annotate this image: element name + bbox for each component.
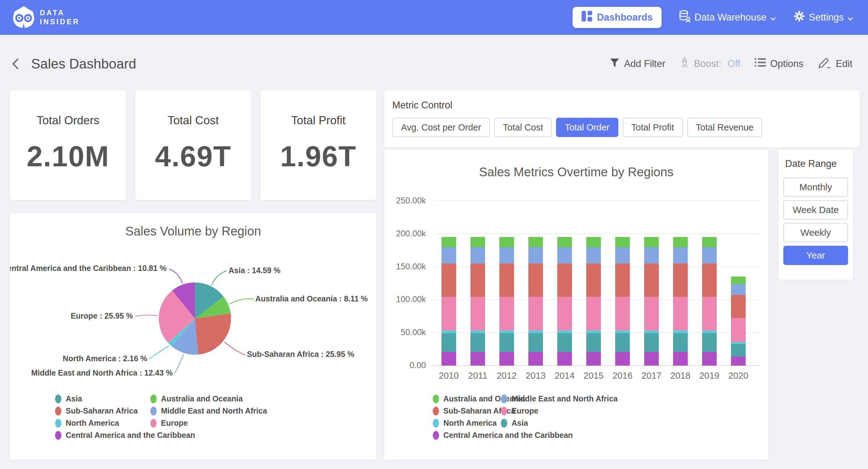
bar-segment-north-america[interactable] — [470, 330, 485, 333]
bar-segment-asia[interactable] — [586, 333, 601, 352]
legend-item-central-america-and-the-caribbean[interactable]: Central America and the Caribbean — [433, 429, 573, 441]
bar-segment-sub-saharan-africa[interactable] — [615, 263, 630, 297]
bar-segment-australia-and-oceania[interactable] — [470, 237, 485, 247]
bar-segment-central-america-and-the-caribbean[interactable] — [644, 352, 659, 365]
bar-segment-europe[interactable] — [586, 297, 601, 330]
metric-option-total-order[interactable]: Total Order — [556, 118, 618, 137]
stacked-bar-2019[interactable] — [702, 237, 717, 365]
bar-segment-middle-east-and-north-africa[interactable] — [586, 247, 601, 263]
bar-segment-north-america[interactable] — [528, 330, 543, 333]
options-button[interactable]: Options — [755, 58, 804, 70]
bar-segment-middle-east-and-north-africa[interactable] — [644, 247, 659, 263]
stacked-bar-2010[interactable] — [441, 237, 456, 365]
bar-segment-central-america-and-the-caribbean[interactable] — [702, 352, 717, 365]
stacked-bar-2014[interactable] — [557, 237, 572, 365]
bar-segment-north-america[interactable] — [644, 330, 659, 333]
bar-segment-europe[interactable] — [441, 297, 456, 330]
bar-segment-australia-and-oceania[interactable] — [499, 237, 514, 247]
bar-segment-asia[interactable] — [702, 333, 717, 352]
metric-option-avg-cost-per-order[interactable]: Avg. Cost per Order — [392, 118, 490, 137]
bar-segment-central-america-and-the-caribbean[interactable] — [615, 352, 630, 365]
stacked-bar-2015[interactable] — [586, 237, 601, 365]
bar-segment-central-america-and-the-caribbean[interactable] — [673, 352, 688, 365]
legend-item-middle-east-and-north-africa[interactable]: Middle East and North Africa — [501, 393, 618, 405]
stacked-bar-2013[interactable] — [528, 237, 543, 365]
bar-segment-europe[interactable] — [644, 297, 659, 330]
bar-segment-asia[interactable] — [615, 333, 630, 352]
legend-item-australia-and-oceania[interactable]: Australia and Oceania — [150, 393, 267, 405]
bar-segment-australia-and-oceania[interactable] — [731, 276, 746, 284]
bar-segment-sub-saharan-africa[interactable] — [557, 263, 572, 297]
legend-item-central-america-and-the-caribbean[interactable]: Central America and the Caribbean — [55, 429, 195, 441]
bar-segment-australia-and-oceania[interactable] — [528, 237, 543, 247]
date-range-option-monthly[interactable]: Monthly — [783, 177, 848, 197]
stacked-bar-2012[interactable] — [499, 237, 514, 365]
bar-segment-central-america-and-the-caribbean[interactable] — [731, 357, 746, 365]
legend-item-europe[interactable]: Europe — [501, 405, 618, 417]
bar-segment-middle-east-and-north-africa[interactable] — [557, 247, 572, 263]
nav-item-dashboards[interactable]: Dashboards — [572, 7, 661, 28]
bar-segment-sub-saharan-africa[interactable] — [528, 263, 543, 297]
bar-segment-central-america-and-the-caribbean[interactable] — [441, 352, 456, 365]
bar-segment-north-america[interactable] — [702, 330, 717, 333]
bar-segment-europe[interactable] — [528, 297, 543, 330]
bar-segment-middle-east-and-north-africa[interactable] — [731, 284, 746, 295]
bar-segment-australia-and-oceania[interactable] — [615, 237, 630, 247]
nav-item-data-warehouse[interactable]: Data Warehouse — [679, 10, 776, 25]
back-button[interactable] — [12, 58, 20, 70]
bar-segment-north-america[interactable] — [615, 330, 630, 333]
metric-option-total-revenue[interactable]: Total Revenue — [687, 118, 762, 137]
legend-item-asia[interactable]: Asia — [501, 417, 618, 429]
date-range-option-week-date[interactable]: Week Date — [783, 200, 848, 219]
bar-segment-europe[interactable] — [673, 297, 688, 330]
bar-segment-middle-east-and-north-africa[interactable] — [615, 247, 630, 263]
bar-segment-sub-saharan-africa[interactable] — [731, 295, 746, 318]
bar-segment-asia[interactable] — [644, 333, 659, 352]
bar-segment-asia[interactable] — [470, 333, 485, 352]
boost-toggle[interactable]: Boost: Off — [680, 57, 740, 71]
bar-segment-central-america-and-the-caribbean[interactable] — [557, 352, 572, 365]
bar-segment-sub-saharan-africa[interactable] — [702, 263, 717, 297]
bar-segment-sub-saharan-africa[interactable] — [499, 263, 514, 297]
bar-segment-europe[interactable] — [731, 318, 746, 342]
legend-item-europe[interactable]: Europe — [150, 417, 267, 429]
bar-segment-asia[interactable] — [528, 333, 543, 352]
bar-segment-north-america[interactable] — [586, 330, 601, 333]
stacked-bar-2020[interactable] — [731, 276, 746, 365]
bar-segment-middle-east-and-north-africa[interactable] — [441, 247, 456, 263]
nav-item-settings[interactable]: Settings — [793, 10, 853, 25]
bar-segment-europe[interactable] — [615, 297, 630, 330]
bar-segment-middle-east-and-north-africa[interactable] — [470, 247, 485, 263]
bar-segment-australia-and-oceania[interactable] — [644, 237, 659, 247]
add-filter-button[interactable]: Add Filter — [610, 58, 665, 70]
bar-segment-north-america[interactable] — [441, 330, 456, 333]
stacked-bar-2011[interactable] — [470, 237, 485, 365]
bar-segment-central-america-and-the-caribbean[interactable] — [586, 352, 601, 365]
date-range-option-weekly[interactable]: Weekly — [783, 223, 848, 242]
bar-segment-sub-saharan-africa[interactable] — [586, 263, 601, 297]
bar-segment-asia[interactable] — [499, 333, 514, 352]
bar-segment-australia-and-oceania[interactable] — [557, 237, 572, 247]
bar-segment-middle-east-and-north-africa[interactable] — [673, 247, 688, 263]
bar-segment-north-america[interactable] — [499, 330, 514, 333]
legend-item-middle-east-and-north-africa[interactable]: Middle East and North Africa — [150, 405, 267, 417]
bar-segment-central-america-and-the-caribbean[interactable] — [499, 352, 514, 365]
bar-segment-central-america-and-the-caribbean[interactable] — [470, 352, 485, 365]
bar-segment-central-america-and-the-caribbean[interactable] — [528, 352, 543, 365]
date-range-option-year[interactable]: Year — [783, 246, 848, 265]
bar-segment-australia-and-oceania[interactable] — [586, 237, 601, 247]
bar-segment-australia-and-oceania[interactable] — [702, 237, 717, 247]
stacked-bar-2017[interactable] — [644, 237, 659, 365]
bar-segment-australia-and-oceania[interactable] — [673, 237, 688, 247]
bar-segment-asia[interactable] — [731, 344, 746, 357]
bar-segment-australia-and-oceania[interactable] — [441, 237, 456, 247]
edit-button[interactable]: Edit — [818, 57, 852, 71]
bar-segment-sub-saharan-africa[interactable] — [441, 263, 456, 297]
bar-segment-middle-east-and-north-africa[interactable] — [499, 247, 514, 263]
pie-slice-sub-saharan-africa[interactable] — [195, 313, 231, 354]
bar-segment-europe[interactable] — [499, 297, 514, 330]
stacked-bar-2016[interactable] — [615, 237, 630, 365]
bar-segment-middle-east-and-north-africa[interactable] — [528, 247, 543, 263]
bar-segment-europe[interactable] — [557, 297, 572, 330]
bar-segment-north-america[interactable] — [673, 330, 688, 333]
